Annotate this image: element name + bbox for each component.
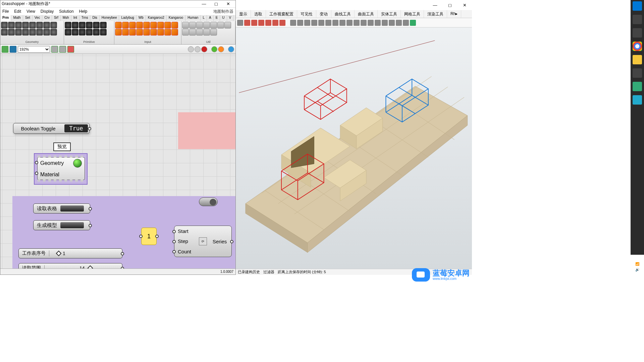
output-port[interactable]	[155, 235, 159, 238]
input-port-geometry[interactable]	[35, 161, 38, 164]
tool-icon[interactable]	[297, 20, 303, 26]
output-port[interactable]	[89, 224, 92, 227]
tab-more[interactable]: Rh▸	[447, 10, 461, 18]
tool-icon[interactable]	[339, 20, 345, 26]
enable-icon[interactable]	[211, 46, 217, 52]
tool-icon[interactable]	[265, 20, 271, 26]
menu-display[interactable]: Display	[41, 9, 54, 14]
tool-icon[interactable]	[375, 20, 381, 26]
tool-icon[interactable]	[396, 20, 402, 26]
tool-icon[interactable]	[272, 20, 278, 26]
tool-icon[interactable]	[244, 20, 250, 26]
tool-icon[interactable]	[251, 20, 257, 26]
tab-solid[interactable]: 实体工具	[378, 10, 401, 18]
close-button[interactable]: ✕	[222, 1, 234, 7]
tool-icon[interactable]	[304, 20, 310, 26]
tab-transform[interactable]: 变动	[316, 10, 331, 18]
tab-e[interactable]: E	[214, 15, 220, 21]
taskbar-icon[interactable]	[633, 15, 642, 24]
tab-v[interactable]: V	[227, 15, 234, 21]
tab-viewport[interactable]: 工作视窗配置	[266, 10, 297, 18]
tool-icon[interactable]	[410, 20, 416, 26]
maximize-button[interactable]: ◻	[210, 1, 222, 7]
tab-kangaroo[interactable]: Kangaroo	[167, 15, 185, 21]
menu-view[interactable]: View	[26, 9, 35, 14]
preview-off-icon[interactable]	[201, 46, 207, 52]
tool-icon[interactable]	[279, 20, 285, 26]
slider-handle[interactable]	[56, 251, 62, 256]
menu-file[interactable]: File	[2, 9, 9, 14]
taskbar-icon[interactable]	[633, 68, 642, 78]
settings-icon[interactable]	[228, 46, 234, 52]
tab-display[interactable]: 显示	[236, 10, 251, 18]
slider-sheet-index[interactable]: 工作表序号 1	[18, 248, 122, 258]
start-button[interactable]	[633, 1, 642, 11]
taskbar-icon[interactable]	[633, 95, 642, 105]
gh-titlebar[interactable]: Grasshopper - 地图制作器* — ◻ ✕	[0, 0, 235, 8]
tool-icon[interactable]	[318, 20, 324, 26]
zoom-select[interactable]: 192%	[18, 46, 50, 53]
tab-vec[interactable]: Vec	[33, 15, 43, 21]
rhino-titlebar[interactable]: — ◻ ✕	[236, 0, 472, 10]
menu-solution[interactable]: Solution	[59, 9, 73, 14]
button-generate-model[interactable]: 生成模型	[33, 220, 90, 230]
tool-icon[interactable]	[354, 20, 360, 26]
menu-help[interactable]: Help	[79, 9, 88, 14]
tray-volume-icon[interactable]: 🔊	[635, 268, 639, 272]
tab-honeybee[interactable]: Honeybee	[100, 15, 119, 21]
grasshopper-icon[interactable]	[633, 82, 642, 91]
clock[interactable]: 17:41	[632, 280, 642, 285]
close-button[interactable]: ✕	[457, 0, 472, 10]
tab-p[interactable]: P	[233, 15, 235, 21]
tab-prm[interactable]: Prm	[0, 15, 11, 21]
custom-preview-component[interactable]: Geometry Material	[37, 157, 85, 180]
wire-display-icon[interactable]	[188, 46, 194, 52]
tab-surface[interactable]: 曲面工具	[355, 10, 378, 18]
preview-toggle[interactable]	[59, 46, 66, 53]
tab-dis[interactable]: Dis	[90, 15, 99, 21]
menu-edit[interactable]: Edit	[14, 9, 21, 14]
tab-l[interactable]: L	[201, 15, 207, 21]
tool-icon[interactable]	[403, 20, 409, 26]
rhino-viewport[interactable]	[236, 27, 472, 269]
zoom-extents-button[interactable]	[51, 46, 58, 53]
taskbar-icon[interactable]	[633, 28, 642, 38]
input-port-step[interactable]	[172, 240, 176, 243]
tool-icon[interactable]	[389, 20, 395, 26]
shade-display-icon[interactable]	[195, 46, 201, 52]
output-port[interactable]	[89, 207, 92, 210]
tab-kangaroo2[interactable]: Kangaroo2	[146, 15, 167, 21]
tool-icon[interactable]	[368, 20, 374, 26]
series-component[interactable]: Start Step Count 0¹ Series	[174, 226, 232, 257]
sketch-button[interactable]	[67, 46, 74, 53]
tab-crv[interactable]: Crv	[42, 15, 52, 21]
tab-human[interactable]: Human	[185, 15, 201, 21]
input-port-start[interactable]	[172, 230, 176, 233]
output-port[interactable]	[230, 240, 233, 243]
tab-ladybug[interactable]: Ladybug	[119, 15, 136, 21]
input-port-count[interactable]	[172, 250, 176, 253]
chrome-icon[interactable]	[633, 42, 642, 51]
open-button[interactable]	[2, 46, 8, 53]
gh-canvas[interactable]: Boolean Toggle True 预览 Geometry Material…	[0, 54, 235, 268]
tray-ime-icon[interactable]: 中	[636, 274, 639, 278]
tool-icon[interactable]	[237, 20, 243, 26]
slider-handle[interactable]	[88, 265, 93, 268]
input-port-material[interactable]	[35, 172, 38, 175]
tab-set[interactable]: Set	[23, 15, 33, 21]
output-port[interactable]	[121, 252, 124, 255]
tool-icon[interactable]	[258, 20, 264, 26]
tool-icon[interactable]	[311, 20, 317, 26]
tab-curve[interactable]: 曲线工具	[331, 10, 355, 18]
tab-u[interactable]: U	[220, 15, 227, 21]
boolean-toggle-value[interactable]: True	[64, 124, 88, 132]
save-button[interactable]	[10, 46, 16, 53]
tab-mesh[interactable]: 网格工具	[401, 10, 424, 18]
tab-a[interactable]: A	[207, 15, 214, 21]
input-port[interactable]	[139, 235, 143, 238]
tool-icon[interactable]	[382, 20, 388, 26]
panel-number[interactable]: 1	[141, 228, 157, 245]
group-pink[interactable]	[178, 112, 235, 149]
tab-render[interactable]: 渲染工具	[424, 10, 447, 18]
tab-srf[interactable]: Srf	[52, 15, 61, 21]
